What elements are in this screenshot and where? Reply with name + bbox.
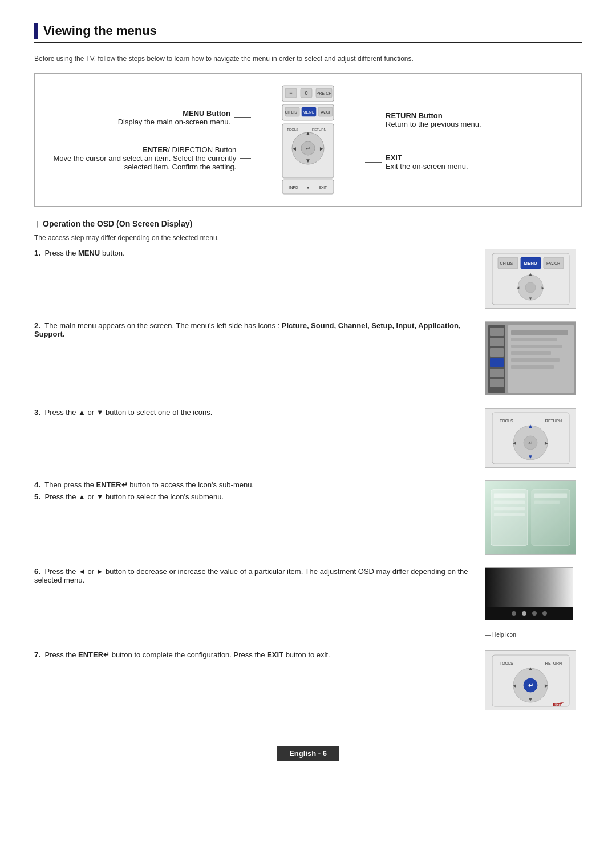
step-3-image: TOOLS RETURN ↵ ▲ ▼ ◄ ►: [485, 408, 582, 468]
return-label-row: RETURN Button Return to the previous men…: [365, 111, 576, 128]
enter-button-desc: Move the cursor and select an item. Sele…: [53, 154, 236, 171]
svg-text:▼: ▼: [528, 454, 533, 460]
step-2-image: [485, 321, 582, 395]
section-title: Operation the OSD (On Screen Display): [43, 219, 192, 228]
step-7-remote-img: TOOLS RETURN ↵ ▲ ▼ ◄ ► EXIT: [485, 650, 576, 710]
svg-rect-46: [490, 358, 504, 367]
ctrl-dot-2: [522, 611, 526, 616]
diagram-center: − 0 PRE-CH CH LIST MENU FAV.CH TOOLS RET…: [262, 83, 354, 197]
svg-rect-54: [511, 358, 560, 362]
svg-rect-43: [490, 328, 504, 336]
step-4-5-block: 4. Then press the ENTER↵ button to acces…: [34, 480, 582, 555]
return-button-desc: Return to the previous menu.: [386, 120, 481, 128]
svg-rect-50: [511, 330, 568, 335]
enter-button-label-block: ENTER/ DIRECTION Button Move the cursor …: [40, 145, 251, 171]
svg-rect-47: [490, 369, 504, 377]
page-title-bar: Viewing the menus: [34, 23, 582, 43]
step-4-5-content: 4. Then press the ENTER↵ button to acces…: [34, 480, 473, 501]
help-icon-arrow: Help icon: [485, 632, 516, 638]
step-2-block: 2. The main menu appears on the screen. …: [34, 321, 582, 395]
svg-rect-44: [490, 338, 504, 346]
line2: [240, 158, 251, 159]
svg-text:CH LIST: CH LIST: [500, 261, 516, 265]
svg-text:TOOLS: TOOLS: [500, 419, 513, 423]
title-accent: [34, 23, 38, 39]
footer: English - 6: [34, 746, 582, 767]
step2-svg: [485, 322, 576, 395]
svg-rect-53: [511, 351, 551, 355]
svg-text:▲: ▲: [528, 665, 533, 672]
ctrl-dot-4: [542, 611, 547, 616]
svg-rect-73: [534, 494, 567, 498]
enter-desc-block: ENTER/ DIRECTION Button Move the cursor …: [40, 145, 236, 171]
ctrl-dot-1: [512, 611, 516, 616]
menu-label-row: MENU Button Display the main on-screen m…: [40, 109, 251, 126]
svg-text:RETURN: RETURN: [545, 419, 561, 423]
svg-text:►: ►: [544, 440, 549, 446]
step-3-block: 3. Press the ▲ or ▼ button to select one…: [34, 408, 582, 468]
return-button-label: RETURN Button: [386, 111, 443, 120]
step-3-content: 3. Press the ▲ or ▼ button to select one…: [34, 408, 473, 417]
ctrl-dot-3: [532, 611, 537, 616]
remote-diagram-svg: − 0 PRE-CH CH LIST MENU FAV.CH TOOLS RET…: [265, 83, 351, 197]
svg-text:▼: ▼: [528, 696, 533, 702]
svg-text:↵: ↵: [528, 440, 533, 446]
exit-label-row: EXIT Exit the on-screen menu.: [365, 153, 576, 171]
step-2-text: 2. The main menu appears on the screen. …: [34, 321, 473, 338]
step7-svg: TOOLS RETURN ↵ ▲ ▼ ◄ ► EXIT: [489, 652, 572, 709]
svg-text:▲: ▲: [528, 272, 533, 277]
svg-rect-48: [490, 379, 504, 387]
svg-text:MENU: MENU: [524, 261, 537, 266]
line1: [234, 117, 251, 118]
step4-svg: [485, 480, 576, 555]
svg-text:◄: ◄: [516, 285, 520, 290]
step-2-content: 2. The main menu appears on the screen. …: [34, 321, 473, 338]
svg-text:TOOLS: TOOLS: [500, 661, 513, 665]
svg-rect-72: [494, 513, 525, 516]
svg-rect-55: [511, 365, 554, 369]
svg-text:EXIT: EXIT: [319, 185, 327, 189]
r-mark: ❘: [34, 220, 39, 228]
enter-direction-label: / DIRECTION Button: [168, 145, 236, 154]
step-1-content: 1. Press the MENU button.: [34, 249, 473, 257]
svg-text:FAV.CH: FAV.CH: [546, 261, 560, 265]
step-1-remote-img: CH LIST MENU FAV.CH ▲ ▼ ◄ ►: [485, 249, 576, 309]
line4: [365, 162, 382, 163]
svg-text:−: −: [289, 90, 292, 96]
steps-area: 1. Press the MENU button. CH LIST MENU F…: [34, 249, 582, 723]
section-subtext: The access step may differ depending on …: [34, 233, 582, 243]
step-4-text: 4. Then press the ENTER↵ button to acces…: [34, 480, 473, 489]
step-7-content: 7. Press the ENTER↵ button to complete t…: [34, 650, 473, 659]
svg-text:RETURN: RETURN: [545, 661, 561, 665]
svg-point-36: [525, 282, 536, 293]
intro-text: Before using the TV, follow the steps be…: [34, 54, 582, 64]
svg-text:↵: ↵: [306, 145, 310, 152]
svg-text:▼: ▼: [305, 157, 311, 164]
gradient-bar-wrap: [485, 567, 576, 630]
step1-svg: CH LIST MENU FAV.CH ▲ ▼ ◄ ►: [489, 250, 572, 308]
diagram-box: MENU Button Display the main on-screen m…: [34, 73, 582, 207]
diagram-left: MENU Button Display the main on-screen m…: [40, 83, 257, 197]
step-7-block: 7. Press the ENTER↵ button to complete t…: [34, 650, 582, 710]
svg-text:●: ●: [307, 186, 309, 189]
step-4-5-image: [485, 480, 582, 555]
svg-text:FAV.CH: FAV.CH: [319, 110, 332, 114]
svg-text:►: ►: [541, 285, 545, 290]
exit-desc: Exit the on-screen menu.: [386, 162, 468, 171]
svg-rect-52: [511, 345, 562, 348]
svg-text:◄: ◄: [512, 682, 517, 689]
svg-text:▼: ▼: [528, 296, 533, 301]
step-6-content: 6. Press the ◄ or ► button to decrease o…: [34, 567, 473, 584]
step-3-remote-img: TOOLS RETURN ↵ ▲ ▼ ◄ ►: [485, 408, 576, 468]
svg-text:◄: ◄: [291, 145, 297, 152]
diagram-right: RETURN Button Return to the previous men…: [359, 83, 576, 197]
svg-rect-70: [494, 500, 525, 504]
svg-rect-74: [534, 500, 560, 504]
exit-block: EXIT Exit the on-screen menu.: [365, 153, 576, 171]
svg-text:►: ►: [544, 682, 549, 689]
exit-label: EXIT: [386, 153, 402, 162]
return-button-block: RETURN Button Return to the previous men…: [365, 111, 576, 128]
svg-rect-69: [494, 494, 525, 498]
enter-button-label: ENTER: [143, 145, 168, 154]
svg-text:TOOLS: TOOLS: [287, 128, 298, 131]
